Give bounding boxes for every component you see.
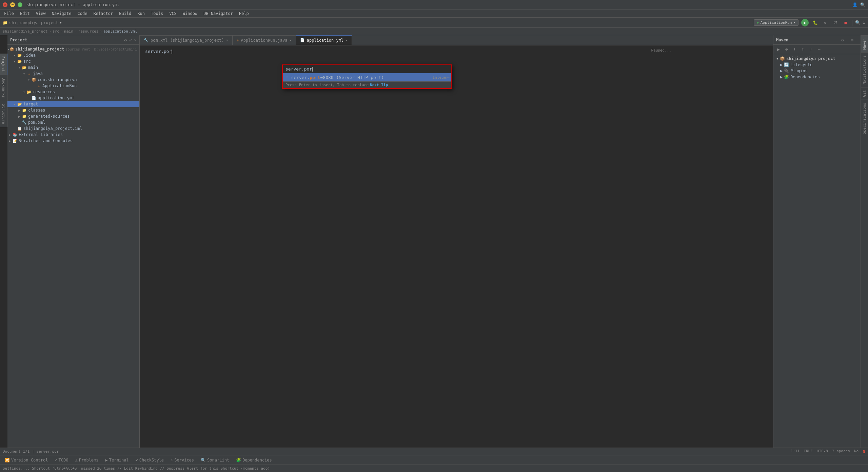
- tab-application-run[interactable]: ☕ ApplicationRun.java ✕: [233, 35, 296, 45]
- maven-run-icon[interactable]: ▶: [775, 46, 782, 53]
- tree-arrow-src[interactable]: ▾: [12, 60, 17, 63]
- tree-item-pom-xml[interactable]: ▾ 🔧 pom.xml: [7, 119, 139, 125]
- menu-view[interactable]: View: [33, 11, 48, 17]
- application-run-close-icon[interactable]: ✕: [290, 38, 292, 42]
- tree-item-classes[interactable]: ▶ 📁 classes: [7, 107, 139, 113]
- editor-content[interactable]: Paused... server.por server.por =: [140, 45, 773, 472]
- close-button[interactable]: ✕: [3, 2, 7, 7]
- application-yml-close-icon[interactable]: ✕: [346, 38, 348, 42]
- stop-button[interactable]: ■: [842, 19, 849, 26]
- run-config-button[interactable]: ▶ ApplicationRun ▾: [754, 19, 798, 26]
- right-tab-specifications[interactable]: Specifications: [861, 100, 868, 137]
- maven-skip-tests-icon[interactable]: ⊘: [783, 46, 790, 53]
- tree-item-target[interactable]: ▾ 📂 target: [7, 101, 139, 107]
- tree-item-idea[interactable]: ▾ 📂 .idea: [7, 52, 139, 58]
- tree-item-external-libs[interactable]: ▶ 📚 External Libraries: [7, 132, 139, 138]
- tab-pom-xml[interactable]: 🔧 pom.xml (shijiangdiya_project) ✕: [140, 35, 233, 45]
- maven-item-lifecycle[interactable]: ▶ 🔄 Lifecycle: [773, 62, 868, 68]
- minimize-button[interactable]: ─: [10, 2, 15, 7]
- tree-item-generated-sources[interactable]: ▶ 📁 generated-sources: [7, 113, 139, 119]
- right-tab-maven[interactable]: Maven: [861, 35, 868, 52]
- tree-arrow-scratches[interactable]: ▶: [7, 139, 12, 143]
- user-icon[interactable]: 👤: [852, 2, 857, 7]
- run-button[interactable]: ▶: [801, 19, 809, 26]
- tree-arrow-package[interactable]: ▾: [26, 78, 31, 82]
- settings-icon[interactable]: ⚙: [863, 20, 865, 25]
- tree-arrow-idea[interactable]: ▾: [12, 54, 17, 57]
- menu-vcs[interactable]: VCS: [166, 11, 179, 17]
- tab-terminal[interactable]: ▶ Terminal: [102, 457, 132, 463]
- path-segment-file[interactable]: application.yml: [103, 29, 137, 34]
- tree-item-java[interactable]: ▾ ☕ java: [7, 71, 139, 77]
- maven-item-project[interactable]: ▾ 📦 shijiangdiya_project: [773, 56, 868, 62]
- autocomplete-item-1[interactable]: = server.port=8080 (Server HTTP port) In…: [283, 73, 451, 81]
- tree-item-root[interactable]: ▾ 📦 shijiangdiya_project sources root, D…: [7, 46, 139, 52]
- menu-code[interactable]: Code: [75, 11, 90, 17]
- tab-sonarlint[interactable]: 🔍 SonarLint: [197, 457, 233, 463]
- tree-item-resources[interactable]: ▾ 📂 resources: [7, 89, 139, 95]
- tab-version-control[interactable]: 🔀 Version Control: [1, 457, 51, 463]
- maven-item-dependencies[interactable]: ▶ 🧩 Dependencies: [773, 74, 868, 80]
- maven-item-plugins[interactable]: ▶ 🔌 Plugins: [773, 68, 868, 74]
- left-tab-project[interactable]: Project: [0, 54, 7, 75]
- right-tab-git[interactable]: Git: [861, 87, 868, 100]
- tree-arrow-target[interactable]: ▾: [12, 102, 17, 106]
- menu-tools[interactable]: Tools: [148, 11, 166, 17]
- menu-edit[interactable]: Edit: [17, 11, 33, 17]
- indent-label[interactable]: 2 spaces: [832, 449, 850, 454]
- coverage-button[interactable]: ⊕: [822, 19, 829, 26]
- menu-file[interactable]: File: [1, 11, 17, 17]
- maximize-button[interactable]: □: [18, 2, 22, 7]
- tree-arrow-main[interactable]: ▾: [17, 66, 22, 70]
- maven-expand-icon[interactable]: ⬇: [807, 46, 815, 53]
- tree-arrow-external[interactable]: ▶: [7, 133, 12, 137]
- debug-button[interactable]: 🐛: [811, 19, 819, 26]
- tree-arrow-generated[interactable]: ▶: [17, 115, 22, 118]
- autocomplete-shortcut[interactable]: Next Tip: [370, 83, 388, 87]
- maven-refresh-icon[interactable]: ↺: [839, 36, 846, 44]
- encoding-label[interactable]: UTF-8: [817, 449, 828, 454]
- path-segment-resources[interactable]: resources: [78, 29, 99, 34]
- tab-problems[interactable]: ⚠ Problems: [72, 457, 102, 463]
- right-tab-notifications[interactable]: Notifications: [861, 52, 868, 87]
- panel-close-icon[interactable]: ✕: [134, 38, 137, 42]
- left-tab-structure[interactable]: Structure: [0, 101, 7, 127]
- path-segment-project[interactable]: shijiangdiya_project: [3, 29, 47, 34]
- path-segment-src[interactable]: src: [53, 29, 59, 34]
- tree-item-application-run[interactable]: ▾ ☕ ApplicationRun: [7, 83, 139, 89]
- menu-window[interactable]: Window: [180, 11, 200, 17]
- profile-button[interactable]: ⏱: [832, 19, 839, 26]
- maven-settings-icon[interactable]: ⚙: [848, 36, 856, 44]
- menu-db-navigator[interactable]: DB Navigator: [201, 11, 236, 17]
- tree-item-package[interactable]: ▾ 📦 com.shijiangdiya: [7, 77, 139, 83]
- line-ending-label[interactable]: CRLF: [804, 449, 813, 454]
- left-tab-bookmarks[interactable]: Bookmarks: [0, 75, 7, 101]
- tab-checkstyle[interactable]: ✔ CheckStyle: [132, 457, 167, 463]
- tree-arrow-resources[interactable]: ▾: [22, 90, 26, 94]
- tab-dependencies[interactable]: 🧩 Dependencies: [233, 457, 275, 463]
- pom-xml-close-icon[interactable]: ✕: [226, 38, 228, 42]
- panel-expand-icon[interactable]: ⤢: [129, 38, 132, 42]
- tree-arrow-java[interactable]: ▾: [22, 72, 26, 76]
- menu-navigate[interactable]: Navigate: [49, 11, 74, 17]
- maven-download-sources-icon[interactable]: ⬇: [791, 46, 798, 53]
- search-everywhere-icon[interactable]: 🔍: [855, 20, 861, 25]
- search-icon[interactable]: 🔍: [860, 2, 865, 7]
- tree-item-application-yml[interactable]: ▾ 📄 application.yml: [7, 95, 139, 101]
- menu-run[interactable]: Run: [135, 11, 147, 17]
- menu-build[interactable]: Build: [116, 11, 134, 17]
- menu-refactor[interactable]: Refactor: [91, 11, 116, 17]
- maven-collapse-icon[interactable]: ⬆: [799, 46, 807, 53]
- project-dropdown[interactable]: 📁 shijiangdiya_project ▾: [3, 20, 62, 25]
- code-area[interactable]: server.por: [140, 45, 773, 472]
- tree-item-scratches[interactable]: ▶ 📝 Scratches and Consoles: [7, 138, 139, 144]
- position-label[interactable]: 1:11: [791, 449, 800, 454]
- tree-item-iml[interactable]: ▾ 📋 shijiangdiya_project.iml: [7, 125, 139, 132]
- tree-arrow-classes[interactable]: ▶: [17, 109, 22, 112]
- path-segment-main[interactable]: main: [64, 29, 74, 34]
- tree-item-main[interactable]: ▾ 📂 main: [7, 64, 139, 71]
- menu-help[interactable]: Help: [236, 11, 252, 17]
- tree-item-src[interactable]: ▾ 📂 src: [7, 58, 139, 64]
- tab-todo[interactable]: ✓ TODO: [51, 457, 72, 463]
- tab-application-yml[interactable]: 📄 application.yml ✕: [296, 35, 352, 45]
